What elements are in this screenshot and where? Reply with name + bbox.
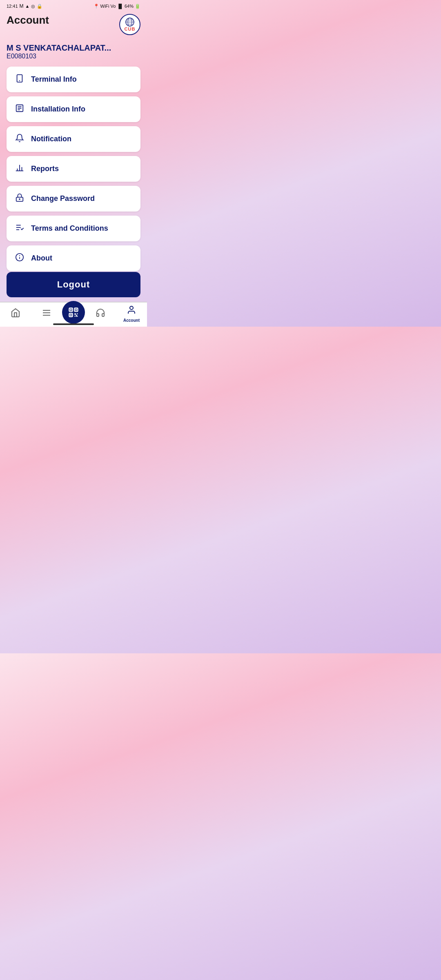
status-left: 12:41 M ▲ ◎ 🔒 — [7, 3, 42, 9]
logout-section: Logout — [0, 267, 147, 302]
page-title: Account — [7, 14, 49, 27]
terms-label: Terms and Conditions — [31, 224, 108, 233]
nav-menu[interactable] — [31, 303, 62, 325]
logout-button[interactable]: Logout — [7, 272, 140, 297]
hamburger-icon — [42, 308, 51, 320]
svg-rect-33 — [74, 313, 76, 315]
terminal-info-label: Terminal Info — [31, 75, 77, 84]
svg-point-38 — [130, 306, 133, 310]
notification-label: Notification — [31, 135, 71, 143]
status-time: 12:41 — [7, 4, 18, 9]
location-icon: 📍 — [94, 4, 99, 9]
user-id: E0080103 — [7, 53, 140, 60]
reports-label: Reports — [31, 165, 59, 173]
menu-item-reports[interactable]: Reports — [7, 156, 140, 182]
cub-text: CUB — [125, 27, 136, 31]
menu-item-notification[interactable]: Notification — [7, 126, 140, 152]
cub-globe-svg — [124, 18, 136, 27]
menu-item-change-password[interactable]: Change Password — [7, 186, 140, 212]
nav-account[interactable]: Account — [116, 303, 147, 325]
battery-level: 64% — [125, 4, 134, 9]
qr-code-icon — [68, 307, 79, 318]
svg-rect-34 — [77, 313, 78, 314]
terms-icon — [15, 223, 24, 234]
menu-item-terminal-info[interactable]: Terminal Info — [7, 67, 140, 92]
info-icon — [15, 253, 24, 264]
user-name: M S VENKATACHALAPAT... — [7, 43, 140, 53]
change-password-label: Change Password — [31, 194, 95, 203]
nav-home[interactable] — [0, 303, 31, 325]
menu-list: Terminal Info Installation Info Notifica… — [0, 67, 147, 271]
sync-icon: ◎ — [31, 4, 35, 9]
signal-bars: ▐▌ — [117, 4, 123, 9]
bell-icon — [15, 134, 24, 145]
installation-info-label: Installation Info — [31, 105, 85, 114]
lte-icon: Vo — [111, 4, 116, 9]
header: Account CUB — [0, 11, 147, 42]
battery-icon: 🔋 — [135, 4, 140, 9]
svg-rect-35 — [74, 316, 75, 316]
gmail-icon: M — [20, 3, 24, 9]
svg-rect-36 — [76, 314, 77, 316]
status-right: 📍 WiFi Vo ▐▌ 64% 🔋 — [94, 4, 140, 9]
svg-rect-28 — [70, 309, 72, 310]
qr-fab-button[interactable] — [62, 301, 85, 324]
svg-point-17 — [19, 199, 20, 200]
user-section: M S VENKATACHALAPAT... E0080103 — [0, 42, 147, 67]
navigation-icon: ▲ — [25, 4, 30, 9]
svg-rect-30 — [76, 309, 77, 310]
menu-item-installation-info[interactable]: Installation Info — [7, 96, 140, 122]
nav-support[interactable] — [85, 303, 116, 325]
home-icon — [11, 308, 20, 320]
svg-rect-5 — [17, 75, 22, 82]
nav-qr[interactable] — [62, 303, 85, 325]
headphone-icon — [96, 308, 105, 320]
bottom-indicator — [53, 323, 94, 325]
bottom-nav: Account — [0, 302, 147, 327]
lock-icon: 🔒 — [37, 4, 42, 9]
lock-settings-icon — [15, 193, 24, 204]
account-nav-label: Account — [123, 318, 140, 323]
person-icon — [127, 305, 136, 317]
chart-icon — [15, 163, 24, 174]
menu-item-terms-conditions[interactable]: Terms and Conditions — [7, 216, 140, 241]
list-icon — [15, 104, 24, 115]
status-bar: 12:41 M ▲ ◎ 🔒 📍 WiFi Vo ▐▌ 64% 🔋 — [0, 0, 147, 11]
svg-point-7 — [19, 80, 20, 81]
svg-rect-37 — [77, 316, 78, 316]
about-label: About — [31, 254, 52, 263]
wifi-icon: WiFi — [100, 4, 109, 9]
mobile-icon — [15, 74, 24, 85]
svg-rect-32 — [70, 314, 72, 316]
cub-logo: CUB — [119, 14, 140, 35]
